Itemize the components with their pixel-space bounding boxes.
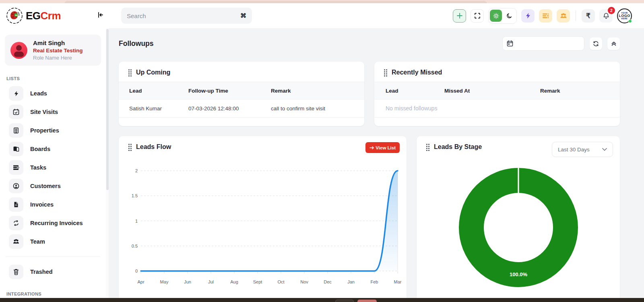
- svg-text:Mar: Mar: [394, 279, 402, 284]
- online-status-dot: [628, 19, 632, 23]
- fullscreen-button[interactable]: [471, 9, 484, 23]
- currency-button[interactable]: ₹: [582, 9, 595, 23]
- svg-text:0: 0: [135, 269, 138, 273]
- svg-text:2: 2: [135, 168, 138, 173]
- team-icon: [9, 234, 23, 249]
- search-bar[interactable]: ⌘: [121, 8, 252, 24]
- sidebar-item-site-visits[interactable]: Site Visits: [5, 103, 101, 121]
- invoice-icon: [9, 197, 23, 212]
- upcoming-table-row[interactable]: Satish Kumar 07-03-2026 12:48:00 call to…: [119, 99, 364, 118]
- browser-top-strip: [0, 0, 644, 3]
- svg-text:1: 1: [135, 219, 138, 223]
- missed-card-title: Recently Missed: [392, 69, 442, 76]
- drag-handle-icon[interactable]: [426, 144, 427, 145]
- leads-by-stage-title: Leads By Stage: [434, 143, 482, 151]
- sidebar-profile-card[interactable]: Amit Singh Real Estate Testing Role Name…: [5, 35, 101, 66]
- drag-handle-icon[interactable]: [128, 144, 130, 145]
- main-header: Followups: [119, 35, 620, 52]
- missed-table-header: Lead Missed At Remark: [374, 82, 620, 99]
- taskbar-record-pill[interactable]: [357, 300, 377, 302]
- search-input[interactable]: [127, 12, 240, 19]
- activity-log-button[interactable]: [539, 9, 552, 23]
- svg-text:Aug: Aug: [230, 279, 238, 284]
- missed-empty-state: No missed followups: [374, 99, 620, 118]
- svg-text:Sept: Sept: [253, 279, 262, 284]
- brand-name: EGCrm: [26, 10, 61, 22]
- profile-avatar[interactable]: YOUR LOGO HERE: [617, 8, 632, 23]
- header-divider: [576, 10, 576, 21]
- svg-text:Feb: Feb: [371, 279, 378, 284]
- sun-icon: [493, 13, 499, 19]
- people-icon: [560, 13, 567, 19]
- calendar-icon: [507, 40, 513, 47]
- leads-flow-line-chart[interactable]: 21.510.50AprMayJunJulAugSeptOctNovDecJan…: [127, 165, 405, 286]
- lead-name: Satish Kumar: [129, 105, 188, 112]
- followup-remark: call to confirm site visit: [271, 105, 364, 112]
- sidebar-item-boards[interactable]: Boards: [5, 140, 101, 158]
- calendar-visit-icon: [9, 105, 23, 119]
- sidebar-item-leads[interactable]: Leads: [5, 84, 101, 103]
- moon-icon: [506, 13, 512, 19]
- svg-text:May: May: [160, 279, 169, 284]
- sidebar-section-integrations: INTEGRATIONS: [6, 292, 101, 296]
- svg-text:Dec: Dec: [324, 279, 332, 284]
- user-avatar: [10, 42, 27, 59]
- drag-handle-icon[interactable]: [384, 69, 385, 70]
- theme-toggle[interactable]: [488, 8, 517, 24]
- date-range-select[interactable]: Last 30 Days: [552, 142, 613, 157]
- svg-text:1.5: 1.5: [132, 193, 138, 198]
- upcoming-followups-card: Up Coming Lead Follow-up Time Remark Sat…: [119, 62, 364, 126]
- header-actions: ₹ 2 YOUR LOGO HERE: [453, 8, 632, 24]
- sidebar-item-invoices[interactable]: Invoices: [5, 195, 101, 214]
- page-title: Followups: [119, 39, 154, 48]
- board-icon: [9, 142, 23, 156]
- svg-text:0.5: 0.5: [132, 244, 138, 248]
- quick-add-button[interactable]: [453, 9, 466, 23]
- fullscreen-icon: [474, 12, 481, 19]
- light-mode-button[interactable]: [490, 10, 502, 22]
- svg-text:Oct: Oct: [277, 279, 284, 284]
- sidebar-item-recurring-invoices[interactable]: Recurring Invoices: [5, 214, 101, 232]
- trash-icon: [9, 265, 23, 279]
- profile-organization: Real Estate Testing: [33, 48, 83, 54]
- sidebar-item-tasks[interactable]: Tasks: [5, 158, 101, 177]
- plus-icon: [456, 12, 463, 19]
- bottom-taskbar: [0, 298, 644, 302]
- collapse-widgets-button[interactable]: [607, 37, 620, 50]
- brand-logo[interactable]: AI EGCrm: [6, 7, 92, 25]
- sidebar-item-properties[interactable]: Properties: [5, 121, 101, 140]
- upcoming-card-title: Up Coming: [136, 69, 170, 76]
- team-directory-button[interactable]: [557, 9, 570, 23]
- sidebar-item-customers[interactable]: Customers: [5, 177, 101, 195]
- profile-name: Amit Singh: [33, 39, 83, 46]
- sidebar-scrollbar-thumb[interactable]: [106, 29, 109, 190]
- bell-icon: [603, 12, 609, 19]
- refresh-icon: [593, 41, 599, 47]
- rupee-icon: ₹: [586, 12, 590, 20]
- list-bars-icon: [542, 13, 549, 19]
- date-range-input[interactable]: [502, 36, 584, 51]
- notifications-button[interactable]: 2: [599, 9, 613, 23]
- sidebar-scrollbar[interactable]: [106, 28, 109, 302]
- refresh-button[interactable]: [590, 37, 602, 50]
- sidebar-item-trashed[interactable]: Trashed: [5, 263, 101, 281]
- sidebar-divider: [6, 256, 100, 257]
- drag-handle-icon[interactable]: [128, 69, 130, 70]
- sidebar-collapse-icon[interactable]: [97, 11, 104, 21]
- building-icon: [9, 123, 23, 138]
- chevrons-up-icon: [611, 41, 617, 46]
- svg-text:AI: AI: [15, 14, 17, 17]
- taskbar-pill[interactable]: [335, 300, 354, 302]
- quick-actions-button[interactable]: [521, 9, 535, 23]
- main-content: Followups Up Coming Lead Follow-up Time …: [109, 28, 644, 302]
- view-list-button[interactable]: View List: [365, 142, 400, 153]
- leads-by-stage-donut-chart[interactable]: 100.0%: [458, 167, 579, 288]
- sidebar-item-team[interactable]: Team: [5, 232, 101, 251]
- tasks-icon: [9, 160, 23, 175]
- dark-mode-button[interactable]: [503, 10, 515, 22]
- app-header: AI EGCrm ⌘: [0, 3, 644, 28]
- upcoming-table-header: Lead Follow-up Time Remark: [119, 82, 364, 99]
- sidebar: Amit Singh Real Estate Testing Role Name…: [0, 28, 106, 302]
- repeat-icon: [9, 216, 23, 230]
- command-shortcut-icon: ⌘: [240, 12, 246, 19]
